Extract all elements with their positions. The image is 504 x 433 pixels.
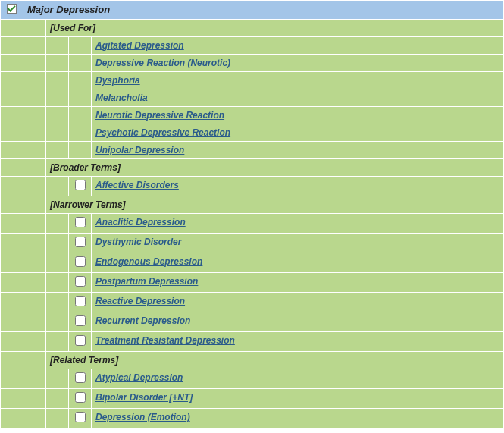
term-row: Psychotic Depressive Reaction: [1, 124, 504, 142]
term-link[interactable]: Atypical Depression: [95, 372, 183, 383]
section-label: [Used For]: [50, 23, 95, 33]
section-label: [Related Terms]: [50, 355, 118, 366]
term-row: Endogenous Depression: [1, 253, 504, 273]
term-row: Atypical Depression: [1, 369, 504, 389]
term-link[interactable]: Melancholia: [95, 93, 148, 103]
term-row: Depressive Reaction (Neurotic): [1, 55, 504, 72]
main-term-row: Major Depression: [1, 1, 504, 20]
term-link[interactable]: Recurrent Depression: [95, 315, 190, 326]
term-row: Unipolar Depression: [1, 142, 504, 159]
term-checkbox[interactable]: [75, 276, 86, 287]
term-row: Bipolar Disorder [+NT]: [1, 389, 504, 409]
term-row: Depression (Emotion): [1, 409, 504, 428]
term-checkbox[interactable]: [75, 335, 86, 346]
term-checkbox[interactable]: [75, 217, 86, 227]
term-row: Anaclitic Depression: [1, 214, 504, 234]
term-checkbox[interactable]: [75, 296, 86, 306]
term-link[interactable]: Unipolar Depression: [95, 145, 184, 155]
main-term-title: Major Depression: [27, 4, 110, 15]
term-link[interactable]: Affective Disorders: [95, 180, 179, 190]
term-link[interactable]: Depression (Emotion): [95, 412, 190, 422]
term-checkbox[interactable]: [75, 412, 86, 422]
term-checkbox[interactable]: [75, 256, 86, 267]
term-link[interactable]: Anaclitic Depression: [95, 217, 186, 227]
term-checkbox[interactable]: [75, 315, 86, 326]
term-row: Agitated Depression: [1, 37, 504, 55]
term-row: Recurrent Depression: [1, 312, 504, 332]
term-checkbox[interactable]: [75, 372, 86, 383]
section-row: [Related Terms]: [1, 352, 504, 369]
section-label: [Broader Terms]: [50, 162, 121, 173]
term-row: Melancholia: [1, 89, 504, 107]
term-row: Reactive Depression: [1, 293, 504, 312]
term-link[interactable]: Dysphoria: [95, 75, 140, 86]
term-link[interactable]: Postpartum Depression: [95, 276, 198, 287]
term-row: Dysphoria: [1, 72, 504, 89]
term-row: Treatment Resistant Depression: [1, 332, 504, 352]
term-link[interactable]: Reactive Depression: [95, 296, 185, 306]
main-term-checkbox[interactable]: [7, 4, 17, 14]
thesaurus-table: Major Depression[Used For]Agitated Depre…: [0, 0, 504, 428]
term-link[interactable]: Neurotic Depressive Reaction: [95, 110, 224, 121]
term-row: Affective Disorders: [1, 177, 504, 196]
term-checkbox[interactable]: [75, 237, 86, 247]
term-link[interactable]: Bipolar Disorder [+NT]: [95, 392, 193, 403]
term-checkbox[interactable]: [75, 180, 86, 190]
term-checkbox[interactable]: [75, 392, 86, 403]
term-link[interactable]: Dysthymic Disorder: [95, 237, 181, 247]
term-link[interactable]: Treatment Resistant Depression: [95, 335, 235, 346]
term-row: Dysthymic Disorder: [1, 234, 504, 253]
term-link[interactable]: Agitated Depression: [95, 40, 184, 51]
section-row: [Broader Terms]: [1, 159, 504, 177]
term-link[interactable]: Depressive Reaction (Neurotic): [95, 58, 230, 68]
term-row: Neurotic Depressive Reaction: [1, 107, 504, 124]
term-row: Postpartum Depression: [1, 273, 504, 293]
term-link[interactable]: Endogenous Depression: [95, 256, 202, 267]
section-row: [Used For]: [1, 20, 504, 37]
section-label: [Narrower Terms]: [50, 199, 126, 210]
section-row: [Narrower Terms]: [1, 196, 504, 214]
term-link[interactable]: Psychotic Depressive Reaction: [95, 127, 230, 138]
